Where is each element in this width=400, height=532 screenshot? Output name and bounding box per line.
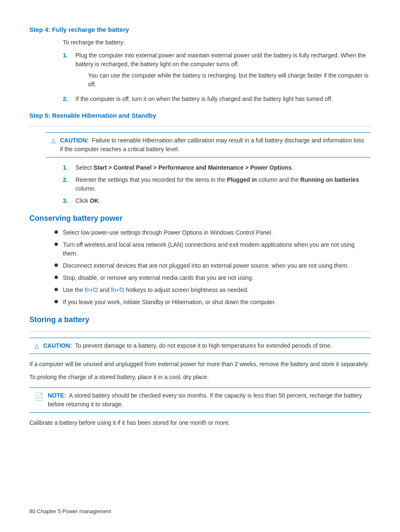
conserving-item-6: If you leave your work, initiate Standby… xyxy=(55,298,371,307)
step4-item-2-text: If the computer is off, turn it on when … xyxy=(75,96,333,102)
conserving-item-4: Stop, disable, or remove any external me… xyxy=(55,274,371,282)
step4-item-1-text: Plug the computer into external power an… xyxy=(75,52,366,67)
storing-caution-label: CAUTION: xyxy=(43,342,72,349)
conserving-heading: Conserving battery power xyxy=(29,213,371,224)
conserving-list: Select low power-use settings through Po… xyxy=(55,228,371,307)
conserving-item-4-text: Stop, disable, or remove any external me… xyxy=(63,274,253,282)
conserving-item-3: Disconnect external devices that are not… xyxy=(55,261,371,270)
bullet-dot-6 xyxy=(55,300,58,303)
conserving-item-2-text: Turn off wireless and local area network… xyxy=(63,240,371,258)
step4-intro: To recharge the battery: xyxy=(63,38,371,47)
step5-caution-label: CAUTION: xyxy=(60,137,88,144)
bullet-dot-5 xyxy=(55,288,58,291)
conserving-item-5-text: Use the fn+f2 and fn+f3 hotkeys to adjus… xyxy=(63,286,249,294)
step4-item-1-content: Plug the computer into external power an… xyxy=(75,51,371,91)
page-footer: 80 Chapter 5 Power management xyxy=(29,507,111,516)
note-page-icon: 📄 xyxy=(34,391,44,403)
step4-section: Step 4: Fully recharge the battery To re… xyxy=(29,25,371,103)
conserving-item-1: Select low power-use settings through Po… xyxy=(55,228,371,237)
step5-item-2-content: Reenter the settings that you recorded f… xyxy=(75,176,371,193)
step5-item-3: 3. Click OK. xyxy=(63,196,371,205)
step5-item-3-num: 3. xyxy=(63,196,72,205)
storing-caution-text: To prevent damage to a battery, do not e… xyxy=(75,342,332,349)
bullet-dot-4 xyxy=(55,276,58,279)
step5-item-1: 1. Select Start > Control Panel > Perfor… xyxy=(63,163,371,172)
step5-caution: △ CAUTION: Failure to reenable Hibernati… xyxy=(46,132,371,158)
conserving-item-5: Use the fn+f2 and fn+f3 hotkeys to adjus… xyxy=(55,286,371,294)
conserving-item-1-text: Select low power-use settings through Po… xyxy=(63,228,273,237)
conserving-item-2: Turn off wireless and local area network… xyxy=(55,240,371,258)
step4-item-1-num: 1. xyxy=(63,51,72,91)
step5-item-1-num: 1. xyxy=(63,163,72,172)
step4-heading: Step 4: Fully recharge the battery xyxy=(29,25,371,35)
storing-top-rule xyxy=(29,331,371,332)
storing-para1: If a computer will be unused and unplugg… xyxy=(29,360,371,369)
step5-caution-text: Failure to reenable Hibernation after ca… xyxy=(60,137,364,152)
step4-item-2-num: 2. xyxy=(63,95,72,103)
step5-list: 1. Select Start > Control Panel > Perfor… xyxy=(63,163,371,205)
storing-note-text: A stored battery should be checked every… xyxy=(48,392,362,408)
bullet-dot-2 xyxy=(55,243,58,246)
fn-f3-link[interactable]: fn+f3 xyxy=(111,287,125,293)
storing-caution-triangle-icon: △ xyxy=(34,341,39,350)
storing-caution: △ CAUTION: To prevent damage to a batter… xyxy=(29,338,371,354)
conserving-item-6-text: If you leave your work, initiate Standby… xyxy=(63,298,276,307)
conserving-section: Conserving battery power Select low powe… xyxy=(29,213,371,307)
step4-list: 1. Plug the computer into external power… xyxy=(63,51,371,103)
caution-triangle-icon: △ xyxy=(51,136,56,145)
step5-item-2-num: 2. xyxy=(63,176,72,193)
step5-section: Step 5: Reenable Hibernation and Standby… xyxy=(29,111,371,206)
storing-note-label: NOTE: xyxy=(48,392,66,399)
storing-para3: Calibrate a battery before using it if i… xyxy=(29,418,371,427)
step5-item-3-content: Click OK. xyxy=(75,196,371,205)
storing-heading: Storing a battery xyxy=(29,314,371,325)
bullet-dot-1 xyxy=(55,230,58,234)
bullet-dot-3 xyxy=(55,263,58,267)
step5-item-1-content: Select Start > Control Panel > Performan… xyxy=(75,163,371,172)
footer-text: 80 Chapter 5 Power management xyxy=(29,508,111,514)
storing-para2: To prolong the charge of a stored batter… xyxy=(29,373,371,382)
step5-top-rule xyxy=(29,126,371,127)
step4-item-2-content: If the computer is off, turn it on when … xyxy=(75,95,371,103)
storing-note: 📄 NOTE: A stored battery should be check… xyxy=(29,387,371,413)
step5-item-2: 2. Reenter the settings that you recorde… xyxy=(63,176,371,193)
step4-item-1: 1. Plug the computer into external power… xyxy=(63,51,371,91)
step4-item-1-sub: You can use the computer while the batte… xyxy=(88,71,371,89)
step5-heading: Step 5: Reenable Hibernation and Standby xyxy=(29,111,371,121)
conserving-item-3-text: Disconnect external devices that are not… xyxy=(63,261,349,270)
storing-section: Storing a battery △ CAUTION: To prevent … xyxy=(29,314,371,427)
step4-item-2: 2. If the computer is off, turn it on wh… xyxy=(63,95,371,103)
fn-f2-link[interactable]: fn+f2 xyxy=(85,287,98,293)
